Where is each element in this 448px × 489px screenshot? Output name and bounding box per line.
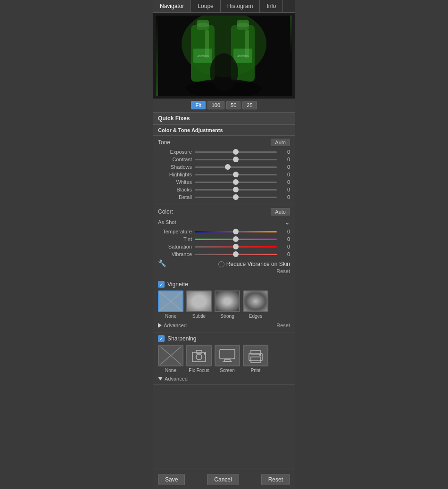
saturation-label: Saturation	[158, 244, 192, 249]
vignette-advanced-toggle[interactable]: Advanced	[158, 323, 187, 328]
vignette-edges-item[interactable]: Edges	[243, 290, 268, 319]
svg-rect-23	[196, 350, 202, 353]
tab-info[interactable]: Info	[260, 0, 283, 12]
svg-rect-29	[251, 357, 260, 363]
sharpening-fixfocus-label: Fix Focus	[189, 368, 209, 373]
color-auto-button[interactable]: Auto	[271, 208, 290, 215]
highlights-track[interactable]	[195, 174, 277, 175]
sharpening-expand-icon	[158, 377, 163, 381]
sharpening-options: None Fix Focus	[158, 345, 290, 373]
exposure-thumb[interactable]	[233, 149, 239, 155]
sharpening-fixfocus-thumb[interactable]	[186, 345, 212, 366]
whites-label: Whites	[158, 179, 192, 185]
vibrance-row: Vibrance 0	[158, 251, 290, 257]
sharpening-checkbox[interactable]: ✓	[158, 335, 165, 342]
eyedropper-icon[interactable]: 🔧	[158, 259, 166, 267]
temperature-value: 0	[280, 229, 290, 234]
color-reset-link[interactable]: Reset	[158, 267, 290, 275]
zoom-25-button[interactable]: 25	[242, 101, 257, 109]
highlights-value: 0	[280, 172, 290, 177]
svg-point-7	[237, 23, 249, 27]
saturation-thumb[interactable]	[233, 244, 239, 249]
vignette-none-item[interactable]: None	[158, 290, 183, 319]
tab-loupe[interactable]: Loupe	[191, 0, 220, 12]
temperature-track[interactable]	[195, 231, 277, 232]
sharpening-screen-label: Screen	[220, 368, 235, 373]
tab-bar: Navigator Loupe Histogram Info	[153, 0, 295, 13]
sharpening-fixfocus-item[interactable]: Fix Focus	[186, 345, 212, 373]
vignette-checkbox[interactable]: ✓	[158, 281, 165, 288]
detail-track[interactable]	[195, 197, 277, 198]
vibrance-label: Vibrance	[158, 251, 192, 257]
tint-thumb[interactable]	[233, 236, 239, 242]
sharpening-screen-item[interactable]: Screen	[215, 345, 240, 373]
vignette-none-thumb[interactable]	[158, 290, 183, 312]
tint-track[interactable]	[195, 239, 277, 240]
zoom-100-button[interactable]: 100	[207, 101, 224, 109]
tab-navigator[interactable]: Navigator	[153, 0, 191, 12]
sharpening-advanced-toggle[interactable]: Advanced	[158, 376, 188, 381]
vignette-reset-link[interactable]: Reset	[276, 322, 290, 329]
bottom-bar: Save Cancel Reset	[153, 470, 295, 489]
vignette-label: Vignette	[167, 281, 188, 288]
whites-thumb[interactable]	[233, 179, 239, 185]
contrast-thumb[interactable]	[233, 157, 239, 162]
highlights-thumb[interactable]	[233, 172, 239, 177]
vignette-subtle-thumb[interactable]	[186, 290, 212, 312]
detail-label: Detail	[158, 194, 192, 200]
vignette-edges-thumb[interactable]	[243, 290, 268, 312]
detail-thumb[interactable]	[233, 194, 239, 200]
vignette-subtle-item[interactable]: Subtle	[186, 290, 212, 319]
reset-button[interactable]: Reset	[261, 474, 290, 485]
vignette-strong-item[interactable]: Strong	[215, 290, 240, 319]
vignette-expand-icon	[158, 323, 162, 328]
sharpening-print-thumb[interactable]	[243, 345, 268, 366]
exposure-track[interactable]	[195, 151, 277, 153]
reduce-vibrance-row: Reduce Vibrance on Skin	[218, 261, 290, 267]
saturation-row: Saturation 0	[158, 244, 290, 249]
color-tone-header: Color & Tone Adjustments	[153, 124, 295, 136]
blacks-row: Blacks 0	[158, 187, 290, 192]
contrast-track[interactable]	[195, 159, 277, 160]
svg-rect-21	[192, 352, 206, 362]
vignette-strong-thumb[interactable]	[215, 290, 240, 312]
svg-rect-25	[220, 349, 235, 359]
vibrance-track[interactable]	[195, 254, 277, 255]
color-extras-row: 🔧 Reduce Vibrance on Skin	[158, 259, 290, 267]
shadows-thumb[interactable]	[225, 164, 231, 170]
exposure-label: Exposure	[158, 149, 192, 155]
reduce-vibrance-label: Reduce Vibrance on Skin	[226, 261, 290, 267]
preview-area: HOOSEN HOOSEN	[153, 13, 295, 99]
white-balance-label: As Shot	[158, 219, 176, 225]
sharpening-none-thumb[interactable]	[158, 345, 183, 366]
svg-point-22	[196, 354, 202, 360]
sharpening-print-item[interactable]: Print	[243, 345, 268, 373]
sharpening-none-item[interactable]: None	[158, 345, 183, 373]
save-button[interactable]: Save	[158, 474, 185, 485]
shadows-track[interactable]	[195, 166, 277, 168]
tab-histogram[interactable]: Histogram	[221, 0, 260, 12]
sharpening-section: ✓ Sharpening None	[153, 332, 295, 385]
blacks-thumb[interactable]	[233, 187, 239, 192]
saturation-track[interactable]	[195, 246, 277, 248]
zoom-50-button[interactable]: 50	[226, 101, 241, 109]
temperature-thumb[interactable]	[233, 229, 239, 234]
white-balance-row: As Shot ⌄	[158, 218, 290, 226]
zoom-bar: Fit 100 50 25	[153, 99, 295, 112]
svg-point-24	[204, 353, 206, 355]
cancel-button[interactable]: Cancel	[207, 474, 239, 485]
white-balance-arrow-icon[interactable]: ⌄	[284, 218, 290, 226]
sharpening-advanced-label: Advanced	[165, 376, 188, 381]
vignette-section: ✓ Vignette None	[153, 278, 295, 332]
blacks-track[interactable]	[195, 189, 277, 191]
vignette-none-label: None	[165, 314, 176, 319]
sharpening-screen-thumb[interactable]	[215, 345, 240, 366]
zoom-fit-button[interactable]: Fit	[191, 101, 205, 109]
svg-rect-30	[251, 350, 260, 354]
vignette-options: None Subtle Strong Edges	[158, 290, 290, 319]
color-section: Color: Auto As Shot ⌄ Temperature 0 Tint	[153, 205, 295, 278]
tone-auto-button[interactable]: Auto	[271, 139, 290, 146]
vibrance-thumb[interactable]	[233, 251, 239, 257]
whites-track[interactable]	[195, 182, 277, 183]
reduce-vibrance-checkbox[interactable]	[218, 261, 224, 267]
